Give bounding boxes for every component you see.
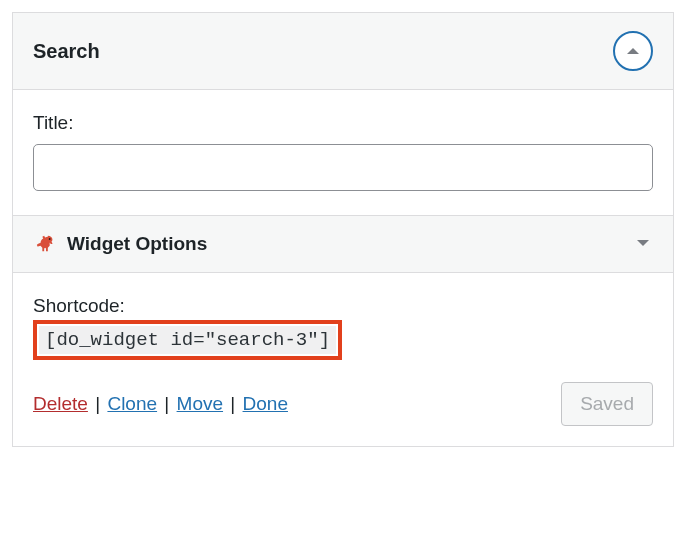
separator: | <box>159 393 175 414</box>
separator: | <box>90 393 106 414</box>
widget-body: Title: <box>13 90 673 215</box>
clone-link[interactable]: Clone <box>107 393 157 414</box>
widget-actions: Delete | Clone | Move | Done Saved <box>33 382 653 426</box>
delete-link[interactable]: Delete <box>33 393 88 414</box>
widget-header: Search <box>13 13 673 90</box>
separator: | <box>225 393 241 414</box>
svg-point-0 <box>49 238 51 240</box>
title-input[interactable] <box>33 144 653 191</box>
move-link[interactable]: Move <box>177 393 223 414</box>
title-field-label: Title: <box>33 112 653 134</box>
widget-options-left: Widget Options <box>35 233 207 255</box>
shortcode-label: Shortcode: <box>33 295 653 317</box>
saved-button[interactable]: Saved <box>561 382 653 426</box>
shortcode-highlight: [do_widget id="search-3"] <box>33 320 342 360</box>
done-link[interactable]: Done <box>243 393 288 414</box>
widget-panel: Search Title: Widget Options Shortcode: <box>12 12 674 447</box>
collapse-button[interactable] <box>613 31 653 71</box>
widget-title: Search <box>33 40 100 63</box>
shortcode-value: [do_widget id="search-3"] <box>39 326 336 354</box>
widget-footer: Shortcode: [do_widget id="search-3"] Del… <box>13 273 673 446</box>
chevron-up-icon <box>626 44 640 59</box>
widget-options-heading: Widget Options <box>67 233 207 255</box>
dinosaur-icon <box>35 233 57 255</box>
widget-options-toggle[interactable]: Widget Options <box>13 215 673 273</box>
action-links: Delete | Clone | Move | Done <box>33 393 288 415</box>
chevron-down-icon <box>635 235 651 253</box>
